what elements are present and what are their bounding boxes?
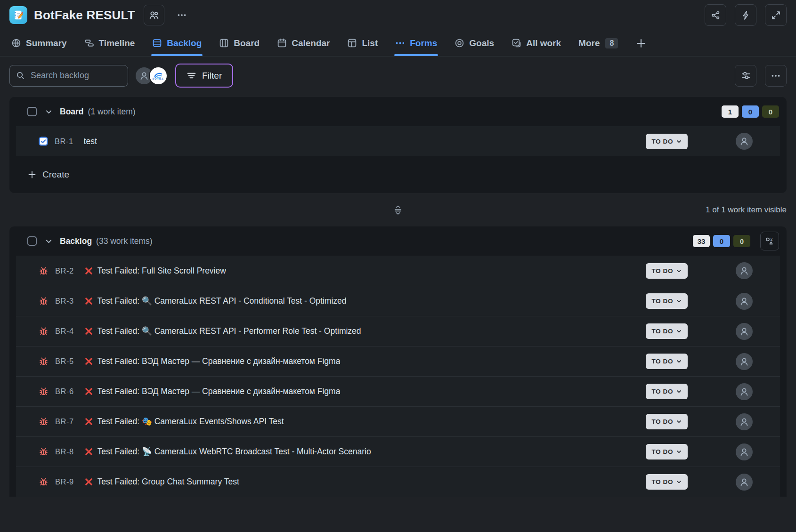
- plus-icon: [635, 38, 647, 49]
- person-icon: [739, 476, 750, 488]
- test-failed-x-icon: [84, 357, 93, 366]
- members-button[interactable]: [144, 5, 164, 25]
- fullscreen-icon[interactable]: [765, 4, 787, 26]
- work-item-row[interactable]: BR-7 Test Failed: 🎭 CameraLux Events/Sho…: [16, 406, 780, 436]
- backlog-section: Backlog (33 work items) 33 0 0 2: [9, 226, 787, 497]
- chevron-down-icon: [676, 358, 682, 364]
- bug-type-icon: [39, 296, 49, 306]
- bug-type-icon: [39, 477, 49, 487]
- test-failed-x-icon: [84, 266, 93, 275]
- work-item-row[interactable]: BR-1 test TO DO: [16, 126, 780, 156]
- tab-forms[interactable]: Forms: [395, 30, 437, 56]
- add-view-button[interactable]: [635, 30, 647, 56]
- status-dropdown[interactable]: TO DO: [646, 293, 688, 309]
- test-failed-x-icon: [84, 387, 93, 396]
- work-item-row[interactable]: BR-6 Test Failed: ВЭД Мастер — Сравнение…: [16, 376, 780, 406]
- visible-items-status: 1 of 1 work item visible: [706, 205, 787, 215]
- status-dropdown[interactable]: TO DO: [646, 354, 688, 369]
- tab-backlog[interactable]: Backlog: [152, 30, 202, 56]
- board-todo-badge: 1: [722, 105, 739, 118]
- tab-more[interactable]: More 8: [578, 30, 618, 56]
- bug-type-icon: [39, 356, 49, 366]
- search-backlog-box: [9, 65, 128, 87]
- toolbar-more-icon[interactable]: [765, 65, 787, 87]
- search-input[interactable]: [10, 65, 128, 86]
- share-icon[interactable]: [705, 4, 726, 26]
- tab-list[interactable]: List: [347, 30, 378, 56]
- assignee-avatar[interactable]: [736, 383, 753, 400]
- plus-icon: [27, 170, 37, 179]
- tab-goals[interactable]: Goals: [455, 30, 494, 56]
- assignee-avatar[interactable]: [736, 353, 753, 370]
- board-icon: [219, 38, 229, 48]
- resize-handle-icon[interactable]: [393, 205, 403, 215]
- work-item-row[interactable]: BR-9 Test Failed: Group Chat Summary Tes…: [16, 467, 780, 497]
- status-dropdown[interactable]: TO DO: [646, 384, 688, 399]
- board-done-badge: 0: [762, 105, 779, 118]
- person-icon: [739, 386, 750, 397]
- work-item-key: BR-7: [55, 417, 74, 426]
- search-icon: [16, 71, 25, 80]
- work-item-title: Test Failed: Group Chat Summary Test: [97, 477, 239, 487]
- work-item-row[interactable]: BR-8 Test Failed: 📡 CameraLux WebRTC Bro…: [16, 436, 780, 467]
- timeline-icon: [84, 38, 94, 48]
- tab-board[interactable]: Board: [219, 30, 260, 56]
- work-item-key: BR-4: [55, 327, 74, 336]
- chevron-down-icon: [676, 419, 682, 425]
- chevron-down-icon: [676, 388, 682, 395]
- tab-timeline[interactable]: Timeline: [84, 30, 135, 56]
- board-inprogress-badge: 0: [742, 105, 759, 118]
- backlog-select-all-checkbox[interactable]: [27, 236, 37, 246]
- status-dropdown[interactable]: TO DO: [646, 414, 688, 429]
- scrile-avatar[interactable]: SCRILE: [150, 67, 167, 84]
- work-item-key: BR-5: [55, 357, 74, 366]
- assignee-avatar[interactable]: [736, 262, 753, 279]
- backlog-todo-badge: 33: [693, 235, 710, 247]
- work-item-title: Test Failed: 🔍 CameraLux REST API - Perf…: [97, 326, 361, 336]
- work-item-title: Test Failed: ВЭД Мастер — Сравнение с ди…: [97, 387, 341, 396]
- ellipsis-icon: [771, 71, 781, 81]
- status-dropdown[interactable]: TO DO: [646, 134, 688, 149]
- backlog-toolbar: SCRILE Filter: [0, 56, 796, 97]
- tab-summary[interactable]: Summary: [11, 30, 67, 56]
- work-item-key: BR-6: [55, 387, 74, 396]
- view-tabs: Summary Timeline Backlog Board Calendar …: [0, 30, 796, 56]
- work-item-key: BR-2: [55, 266, 74, 275]
- assignee-avatar[interactable]: [736, 323, 753, 340]
- board-rows: BR-1 test TO DO: [16, 126, 780, 156]
- assignee-avatar[interactable]: [736, 133, 753, 150]
- filter-button[interactable]: Filter: [175, 64, 233, 88]
- group-by-icon[interactable]: 2: [760, 232, 779, 250]
- bug-type-icon: [39, 266, 49, 276]
- status-dropdown[interactable]: TO DO: [646, 474, 688, 490]
- backlog-collapse-chevron-icon[interactable]: [45, 237, 53, 245]
- status-dropdown[interactable]: TO DO: [646, 323, 688, 339]
- board-collapse-chevron-icon[interactable]: [45, 108, 53, 116]
- project-more-icon[interactable]: [171, 4, 193, 26]
- assignee-avatar[interactable]: [736, 474, 753, 491]
- assignee-avatar[interactable]: [736, 293, 753, 310]
- filter-icon: [187, 71, 196, 81]
- board-section-header: Board (1 work item) 1 0 0: [9, 97, 787, 126]
- work-item-row[interactable]: BR-4 Test Failed: 🔍 CameraLux REST API -…: [16, 316, 780, 346]
- work-item-title: Test Failed: 🎭 CameraLux Events/Shows AP…: [97, 417, 284, 427]
- status-dropdown[interactable]: TO DO: [646, 444, 688, 459]
- tab-calendar[interactable]: Calendar: [277, 30, 330, 56]
- all-work-icon: [512, 38, 521, 48]
- view-settings-icon[interactable]: [735, 65, 756, 87]
- work-item-row[interactable]: BR-3 Test Failed: 🔍 CameraLux REST API -…: [16, 286, 780, 316]
- tab-all-work[interactable]: All work: [512, 30, 561, 56]
- work-item-row[interactable]: BR-2 Test Failed: Full Site Scroll Previ…: [16, 256, 780, 286]
- chevron-down-icon: [676, 479, 682, 485]
- create-work-item-button[interactable]: Create: [27, 169, 69, 180]
- test-failed-x-icon: [84, 417, 93, 426]
- assignee-avatar[interactable]: [736, 443, 753, 460]
- work-item-row[interactable]: BR-5 Test Failed: ВЭД Мастер — Сравнение…: [16, 346, 780, 376]
- assignee-avatar[interactable]: [736, 413, 753, 430]
- board-select-all-checkbox[interactable]: [27, 107, 37, 116]
- automation-icon[interactable]: [735, 4, 756, 26]
- person-icon: [739, 326, 750, 337]
- task-type-icon: [39, 137, 48, 146]
- status-dropdown[interactable]: TO DO: [646, 263, 688, 279]
- section-splitter: 1 of 1 work item visible: [0, 193, 796, 226]
